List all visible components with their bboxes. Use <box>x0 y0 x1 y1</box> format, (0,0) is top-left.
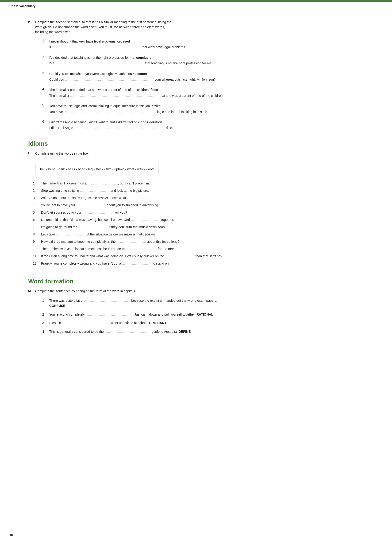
idioms-heading: Idioms <box>28 140 333 147</box>
table-row: 2 I've decided that teaching is not the … <box>42 55 333 66</box>
keyword-6: consideration <box>141 120 162 124</box>
list-item: 8 Let's take ……………………… of the situation … <box>33 232 333 237</box>
wf-keyword-4: DEFINE <box>179 330 190 333</box>
wf-keyword-3: BRILLIANT <box>149 321 167 325</box>
list-item: 9 How did they manage to keep me complet… <box>33 239 333 244</box>
table-row: 4 The journalist pretended that she was … <box>42 87 333 98</box>
wf-keyword-1: CONFUSE <box>49 304 65 307</box>
table-row: 6 I didn't tell Angie because I didn't w… <box>42 120 333 131</box>
list-item: 11 It took Dan a long time to understand… <box>33 254 333 259</box>
table-row: 3 Could you tell me where you were last … <box>42 71 333 82</box>
word-formation-items: 1 There was quite a bit of …………………………………… <box>42 298 333 334</box>
list-item: 5 Don't let success go to your ………………………… <box>33 210 333 215</box>
exercise-l: L Complete using the words in the box. <box>28 151 333 156</box>
keyword-3: account <box>134 72 147 76</box>
list-item: 3 Einstein's …………………………………… went unnotic… <box>42 320 333 325</box>
idioms-list: 1 The name Alan Hickson rings a ……………………… <box>33 181 333 266</box>
word-formation-heading: Word formation <box>28 278 333 285</box>
keyword-2: conclusion <box>136 56 154 59</box>
word-box-container: bell • bend • dark • hairs • head • leg … <box>35 160 333 179</box>
main-content: K Complete the second sentence so that i… <box>0 10 352 352</box>
table-row: 5 You have to use logic and lateral thin… <box>42 103 333 114</box>
exercise-k-instruction: Complete the second sentence so that it … <box>35 20 172 35</box>
top-bar <box>0 0 392 2</box>
list-item: 7 I'm going to go round the ……………………… if… <box>33 225 333 230</box>
header-section: Vocabulary <box>19 4 35 8</box>
list-item: 6 No one told us that Diana was leaving,… <box>33 217 333 222</box>
list-item: 10 The problem with Jane is that sometim… <box>33 247 333 251</box>
page-number: 18 <box>9 533 13 537</box>
keyword-5: strike <box>152 104 160 108</box>
exercise-l-instruction: Complete using the words in the box. <box>35 151 89 156</box>
exercise-m-letter: M <box>28 289 35 293</box>
table-row: 1 I never thought that we'd have legal p… <box>42 39 333 50</box>
list-item: 1 The name Alan Hickson rings a ……………………… <box>33 181 333 186</box>
exercise-m: M Complete the sentences by changing the… <box>28 289 333 294</box>
exercise-k-items: 1 I never thought that we'd have legal p… <box>42 39 333 131</box>
keyword-4: false <box>150 88 158 92</box>
keyword-1: crossed <box>117 40 130 43</box>
list-item: 12 Frankly, you're completely wrong and … <box>33 261 333 266</box>
list-item: 2 Stop wasting time splitting ……………………… … <box>33 188 333 193</box>
list-item: 4 You've got to have your ……………………… abou… <box>33 203 333 208</box>
exercise-l-letter: L <box>28 151 35 155</box>
exercise-m-instruction: Complete the sentences by changing the f… <box>35 289 136 294</box>
page-header: Unit 2 Vocabulary <box>0 2 392 10</box>
word-box: bell • bend • dark • hairs • head • leg … <box>35 164 158 174</box>
header-unit: Unit 2 <box>9 4 18 8</box>
exercise-k: K Complete the second sentence so that i… <box>28 20 333 35</box>
list-item: 1 There was quite a bit of …………………………………… <box>42 298 333 308</box>
exercise-k-letter: K <box>28 20 35 24</box>
list-item: 4 This is generally considered to be the… <box>42 329 333 334</box>
list-item: 2 You're acting completely …………………………………… <box>42 312 333 317</box>
list-item: 3 Ask Simon about the sales targets. He … <box>33 195 333 201</box>
wf-keyword-2: RATIONAL <box>196 313 213 316</box>
